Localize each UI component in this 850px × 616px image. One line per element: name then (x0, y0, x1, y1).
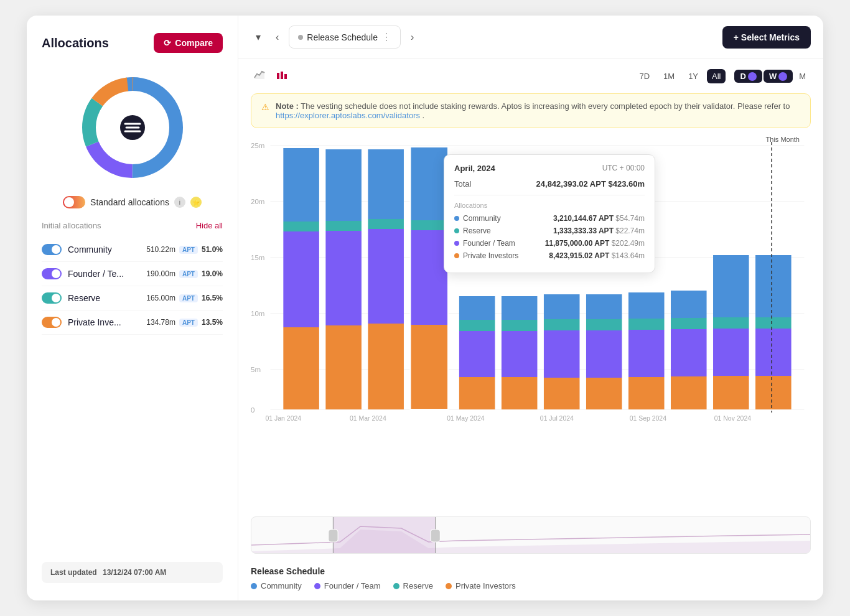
main-container: Allocations ⟳ Compare (27, 16, 823, 600)
svg-rect-42 (459, 320, 495, 331)
tooltip-founder-name: Founder / Team (463, 239, 515, 248)
legend-title: Release Schedule (251, 566, 811, 576)
initial-allocations-section-header: Initial allocations Hide all (42, 221, 223, 230)
svg-text:01 Nov 2024: 01 Nov 2024 (714, 415, 752, 422)
m-button[interactable]: M (794, 69, 811, 83)
mini-chart-svg (251, 517, 810, 554)
svg-rect-34 (368, 229, 404, 324)
svg-rect-37 (410, 220, 448, 230)
community-toggle[interactable] (42, 244, 62, 255)
tooltip-founder-val: 11,875,000.00 APT $202.49m (545, 239, 645, 248)
svg-rect-60 (628, 377, 665, 409)
d-user-icon (748, 72, 757, 81)
tooltip-total-label: Total (454, 179, 471, 189)
allocations-title: Allocations (42, 36, 109, 50)
legend-label-founder: Founder / Team (324, 581, 381, 590)
legend-item-founder: Founder / Team (314, 581, 381, 590)
donut-chart-container (42, 72, 223, 184)
svg-rect-35 (368, 324, 404, 409)
tooltip-row-community: Community 3,210,144.67 APT $54.74m (454, 214, 645, 223)
nav-forward-button[interactable]: › (406, 29, 419, 45)
svg-rect-43 (459, 331, 495, 377)
founder-pct: 19.0% (202, 269, 223, 278)
initial-allocations-label: Initial allocations (42, 221, 101, 230)
svg-rect-70 (755, 317, 792, 329)
mini-chart[interactable] (251, 516, 811, 554)
svg-rect-53 (586, 294, 622, 319)
tooltip-total-value: 24,842,393.02 APT $423.60m (536, 179, 645, 189)
reserve-dot (454, 228, 459, 233)
svg-rect-66 (713, 317, 749, 329)
legend-section: Release Schedule Community Founder / Tea… (238, 559, 823, 600)
schedule-dot (298, 35, 303, 40)
reserve-pct: 16.5% (202, 294, 223, 302)
note-bar: ⚠ Note : The vesting schedule does not i… (251, 93, 811, 128)
svg-rect-63 (671, 329, 707, 376)
reserve-name: Reserve (68, 293, 100, 303)
svg-rect-28 (325, 149, 362, 221)
info-badge: i (174, 197, 185, 208)
note-text: The vesting schedule does not include st… (301, 101, 790, 111)
svg-rect-51 (544, 330, 580, 378)
left-header: Allocations ⟳ Compare (42, 33, 223, 53)
standard-allocations-toggle[interactable] (63, 196, 85, 208)
community-apt-badge: APT (179, 246, 198, 254)
hide-all-button[interactable]: Hide all (196, 221, 223, 230)
7d-button[interactable]: 7D (634, 69, 655, 83)
private-apt-badge: APT (179, 319, 198, 327)
tooltip-header: April, 2024 UTC + 00:00 (454, 164, 645, 173)
founder-toggle[interactable] (42, 268, 62, 279)
legend-item-reserve: Reserve (393, 581, 433, 590)
all-button[interactable]: All (707, 69, 726, 83)
svg-rect-10 (281, 72, 283, 79)
1y-button[interactable]: 1Y (683, 69, 703, 83)
nav-dropdown-button[interactable]: ▾ (251, 29, 266, 45)
legend-dot-private (446, 583, 452, 589)
note-link[interactable]: https://explorer.aptoslabs.com/validator… (276, 111, 420, 120)
legend-dot-community (251, 583, 257, 589)
svg-rect-58 (628, 319, 665, 330)
svg-rect-57 (628, 292, 665, 319)
svg-rect-69 (755, 255, 792, 317)
allocation-item-community: Community 510.22m APT 51.0% (42, 238, 223, 262)
w-active-button[interactable]: W (764, 70, 793, 83)
legend-dot-reserve (393, 583, 399, 589)
private-toggle[interactable] (42, 317, 62, 328)
reserve-apt-badge: APT (179, 294, 198, 302)
1m-button[interactable]: 1M (658, 69, 680, 83)
svg-rect-50 (544, 319, 580, 330)
standard-allocations-label: Standard allocations (90, 197, 169, 207)
svg-text:25m: 25m (251, 142, 264, 149)
svg-rect-38 (410, 230, 448, 325)
chart-svg-container: 25m 20m 15m 10m 5m 0 (251, 136, 811, 422)
reserve-toggle[interactable] (42, 292, 62, 304)
release-schedule-tab[interactable]: Release Schedule ⋮ (289, 26, 401, 49)
last-updated-value: 13/12/24 07:00 AM (103, 568, 166, 577)
founder-apt-badge: APT (179, 270, 198, 278)
legend-items: Community Founder / Team Reserve Private… (251, 581, 811, 590)
chart-controls: 7D 1M 1Y All D W M (238, 59, 823, 93)
schedule-tab-label: Release Schedule (307, 32, 378, 42)
svg-rect-45 (502, 296, 538, 320)
svg-rect-46 (502, 320, 538, 331)
legend-item-private: Private Investors (446, 581, 516, 590)
allocation-list: Community 510.22m APT 51.0% Founder / Te… (42, 238, 223, 335)
tooltip-reserve-val: 1,333,333.33 APT $22.74m (553, 226, 645, 235)
founder-dot (454, 241, 459, 246)
tooltip-community-name: Community (463, 214, 501, 223)
founder-name: Founder / Te... (68, 269, 124, 279)
warning-badge: ⭐ (190, 197, 202, 208)
svg-rect-32 (368, 149, 404, 219)
tooltip-total-row: Total 24,842,393.02 APT $423.60m (454, 179, 645, 195)
svg-text:01 Sep 2024: 01 Sep 2024 (630, 415, 667, 422)
nav-back-button[interactable]: ‹ (271, 29, 284, 45)
svg-rect-49 (544, 294, 580, 319)
bar-chart-button[interactable] (273, 67, 291, 86)
select-metrics-button[interactable]: + Select Metrics (722, 26, 811, 49)
svg-rect-59 (628, 330, 665, 377)
d-active-button[interactable]: D (734, 70, 762, 83)
legend-label-reserve: Reserve (403, 581, 433, 590)
allocation-item-private: Private Inve... 134.78m APT 13.5% (42, 310, 223, 335)
compare-button[interactable]: ⟳ Compare (154, 33, 223, 53)
area-chart-button[interactable] (251, 67, 268, 86)
